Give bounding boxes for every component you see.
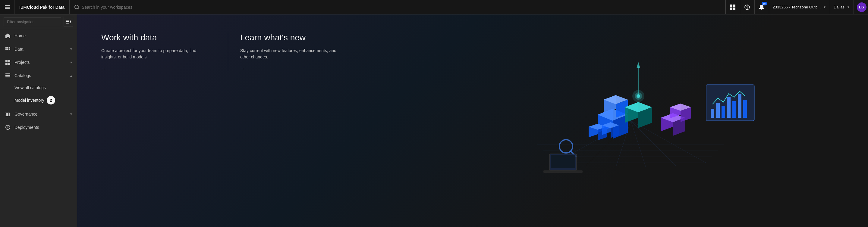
svg-marker-53 xyxy=(598,127,607,140)
arrow-icon: → xyxy=(101,66,105,71)
svg-rect-21 xyxy=(5,76,10,77)
svg-rect-74 xyxy=(551,155,575,168)
sidebar-item-data[interactable]: Data ▾ xyxy=(0,42,77,56)
services-icon xyxy=(730,4,736,10)
svg-rect-14 xyxy=(9,48,10,50)
svg-marker-43 xyxy=(625,102,638,123)
governance-icon xyxy=(5,111,11,117)
learn-whats-new-title: Learn what's new xyxy=(240,33,337,43)
sidebar-filter-area xyxy=(0,14,77,29)
collapse-sidebar-button[interactable] xyxy=(64,17,73,27)
svg-line-31 xyxy=(555,121,631,163)
region-selector[interactable]: Dallas ▼ xyxy=(830,0,854,14)
collapse-icon xyxy=(66,19,71,24)
svg-point-8 xyxy=(747,8,747,9)
svg-rect-9 xyxy=(5,47,7,48)
svg-rect-10 xyxy=(7,47,8,48)
svg-marker-55 xyxy=(602,122,619,128)
account-label: 2333266 - Techzone Outc... xyxy=(773,5,821,9)
sidebar-item-label-deployments: Deployments xyxy=(14,125,72,130)
projects-icon xyxy=(5,59,11,65)
svg-marker-40 xyxy=(604,95,616,113)
vertical-divider xyxy=(228,33,228,71)
svg-marker-37 xyxy=(598,109,613,133)
svg-marker-61 xyxy=(670,104,691,111)
svg-marker-59 xyxy=(673,118,685,136)
catalogs-icon xyxy=(5,72,11,78)
svg-rect-6 xyxy=(733,7,735,10)
work-with-data-title: Work with data xyxy=(101,33,198,43)
svg-marker-51 xyxy=(589,124,598,137)
sidebar-item-deployments[interactable]: Deployments xyxy=(0,121,77,134)
svg-rect-67 xyxy=(727,97,731,118)
svg-rect-65 xyxy=(716,103,720,118)
model-inventory-badge: 2 xyxy=(47,96,55,104)
svg-rect-2 xyxy=(5,8,10,9)
svg-rect-24 xyxy=(9,112,10,116)
sidebar-sub-item-view-all-catalogs[interactable]: View all catalogs xyxy=(0,82,77,93)
chevron-up-icon: ▴ xyxy=(70,73,72,78)
svg-rect-75 xyxy=(544,170,583,173)
search-input[interactable] xyxy=(82,5,720,10)
svg-marker-52 xyxy=(589,124,607,130)
filter-navigation-input[interactable] xyxy=(4,18,61,26)
svg-rect-73 xyxy=(550,154,577,170)
top-navigation: IBM Cloud Pak for Data xyxy=(0,0,868,14)
brand-name: Cloud Pak for Data xyxy=(27,5,64,10)
svg-point-47 xyxy=(635,92,642,100)
search-icon xyxy=(74,5,79,10)
svg-point-48 xyxy=(632,90,644,102)
sidebar-sub-item-label-view-all-catalogs: View all catalogs xyxy=(14,85,46,90)
work-with-data-card: Work with data Create a project for your… xyxy=(101,33,216,71)
sidebar-sub-item-model-inventory[interactable]: Model inventory 2 xyxy=(0,93,77,107)
svg-rect-11 xyxy=(9,47,10,48)
svg-marker-41 xyxy=(604,95,628,104)
deployments-icon xyxy=(5,124,11,130)
sidebar-item-projects[interactable]: Projects ▾ xyxy=(0,56,77,69)
svg-rect-70 xyxy=(743,100,747,118)
account-selector[interactable]: 2333266 - Techzone Outc... ▼ xyxy=(769,0,830,14)
services-button[interactable] xyxy=(725,0,740,14)
svg-marker-54 xyxy=(602,122,611,135)
global-search[interactable] xyxy=(70,0,725,14)
sidebar-item-catalogs[interactable]: Catalogs ▴ xyxy=(0,69,77,82)
work-with-data-link[interactable]: → xyxy=(101,66,198,71)
learn-whats-new-card: Learn what's new Stay current with new f… xyxy=(240,33,355,71)
sidebar-item-label-home: Home xyxy=(14,33,72,38)
user-profile-button[interactable]: DS xyxy=(854,0,868,14)
main-content: Work with data Create a project for your… xyxy=(77,14,868,227)
sidebar-nav: Home Data ▾ xyxy=(0,29,77,227)
learn-whats-new-link[interactable]: → xyxy=(240,66,337,71)
svg-rect-12 xyxy=(5,48,7,50)
svg-marker-38 xyxy=(598,109,628,121)
region-label: Dallas xyxy=(834,5,844,9)
sidebar-item-governance[interactable]: Governance ▾ xyxy=(0,107,77,121)
help-button[interactable] xyxy=(740,0,754,14)
avatar: DS xyxy=(857,2,867,12)
arrow-icon: → xyxy=(240,66,244,71)
svg-rect-26 xyxy=(7,112,8,116)
chevron-down-icon: ▾ xyxy=(70,112,72,116)
sidebar-item-home[interactable]: Home xyxy=(0,29,77,42)
svg-rect-23 xyxy=(6,112,7,116)
svg-rect-69 xyxy=(738,94,741,118)
close-menu-button[interactable] xyxy=(0,0,14,14)
brand-logo: IBM Cloud Pak for Data xyxy=(14,0,70,14)
sidebar-item-label-projects: Projects xyxy=(14,60,67,65)
svg-rect-16 xyxy=(8,60,10,62)
svg-rect-1 xyxy=(5,7,10,7)
svg-marker-39 xyxy=(613,115,628,139)
svg-marker-62 xyxy=(681,107,691,122)
chevron-down-icon: ▾ xyxy=(70,60,72,64)
sidebar-item-label-catalogs: Catalogs xyxy=(14,73,67,78)
svg-marker-56 xyxy=(611,125,619,138)
notifications-button[interactable]: 28 xyxy=(754,0,769,14)
svg-rect-15 xyxy=(5,60,7,62)
svg-rect-19 xyxy=(5,73,10,74)
sidebar-item-label-governance: Governance xyxy=(14,112,67,117)
svg-rect-18 xyxy=(8,63,10,65)
svg-marker-44 xyxy=(625,102,652,112)
svg-rect-17 xyxy=(5,63,7,65)
sidebar: Home Data ▾ xyxy=(0,14,77,227)
svg-point-71 xyxy=(559,140,572,153)
